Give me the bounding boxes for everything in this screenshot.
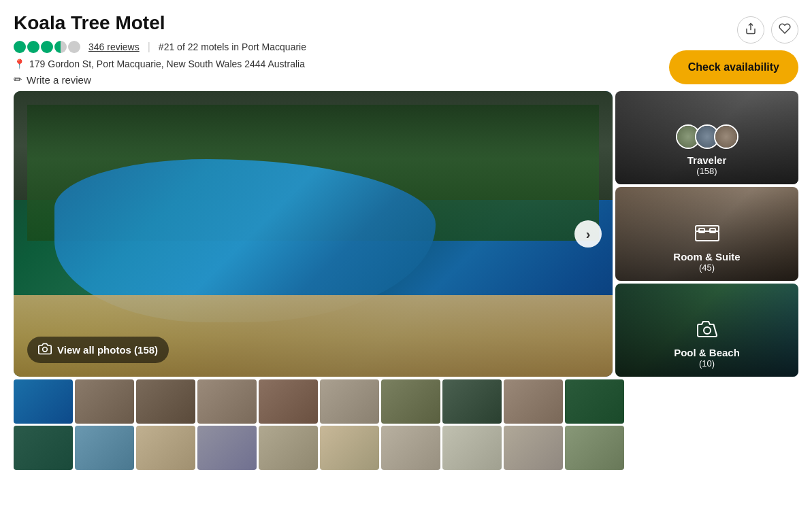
header-section: Koala Tree Motel 346 reviews | #21 of 22… — [0, 0, 812, 91]
traveler-avatars — [676, 124, 738, 149]
write-review-row[interactable]: ✏ Write a review — [14, 73, 669, 86]
pool-panel-title: Pool & Beach — [674, 347, 740, 358]
thumbnails-section — [0, 379, 812, 470]
traveler-panel[interactable]: Traveler (158) — [615, 91, 798, 184]
ranking-text: #21 of 22 motels in Port Macquarie — [159, 41, 306, 52]
thumb-13[interactable] — [136, 426, 195, 470]
pool-deck — [14, 295, 613, 377]
star-4-half — [54, 41, 67, 53]
header-left: Koala Tree Motel 346 reviews | #21 of 22… — [14, 12, 669, 86]
svg-point-1 — [43, 347, 48, 352]
write-review-label: Write a review — [27, 74, 91, 86]
heart-icon — [779, 22, 791, 38]
thumb-12[interactable] — [75, 426, 134, 470]
pool-panel[interactable]: Pool & Beach (10) — [615, 284, 798, 377]
thumb-15[interactable] — [259, 426, 318, 470]
thumbnails-row-1 — [14, 379, 32, 424]
main-photo-bg — [14, 91, 613, 377]
thumb-6[interactable] — [320, 379, 379, 424]
thumbnails-rows — [14, 379, 32, 470]
thumb-14[interactable] — [197, 426, 257, 470]
thumbnails-row-2 — [14, 426, 32, 470]
location-pin-icon: 📍 — [14, 58, 25, 69]
star-5-empty — [68, 41, 80, 53]
favorite-button[interactable] — [771, 16, 798, 44]
thumb-11[interactable] — [14, 426, 73, 470]
icon-buttons — [737, 16, 798, 44]
pencil-icon: ✏ — [14, 73, 22, 86]
header-right: Check availability — [669, 12, 798, 84]
traveler-panel-count: (158) — [696, 166, 717, 176]
room-panel-title: Room & Suite — [673, 251, 740, 262]
room-panel-overlay: Room & Suite (45) — [615, 187, 798, 280]
thumb-4[interactable] — [197, 379, 257, 424]
pool-panel-overlay: Pool & Beach (10) — [615, 284, 798, 377]
thumb-10[interactable] — [565, 379, 624, 424]
address-text: 179 Gordon St, Port Macquarie, New South… — [29, 58, 305, 69]
svg-point-5 — [704, 327, 711, 334]
thumb-2[interactable] — [75, 379, 134, 424]
chevron-right-icon: › — [586, 226, 591, 242]
hotel-title: Koala Tree Motel — [14, 12, 669, 34]
divider: | — [148, 41, 150, 53]
reviews-count[interactable]: 346 reviews — [88, 41, 140, 52]
main-photo[interactable]: › View all photos (158) — [14, 91, 613, 377]
avatar-3 — [714, 124, 738, 149]
star-2 — [27, 41, 39, 53]
stars-container — [14, 41, 80, 53]
room-panel-count: (45) — [699, 262, 715, 273]
camera-icon — [38, 342, 52, 358]
bed-icon — [695, 224, 719, 247]
pool-panel-count: (10) — [699, 358, 715, 369]
thumb-20[interactable] — [565, 426, 624, 470]
pool-camera-icon — [696, 319, 718, 343]
view-all-photos-button[interactable]: View all photos (158) — [27, 337, 169, 363]
traveler-panel-title: Traveler — [687, 154, 727, 166]
thumb-9[interactable] — [504, 379, 563, 424]
view-all-photos-label: View all photos (158) — [57, 344, 158, 356]
thumb-19[interactable] — [504, 426, 563, 470]
thumb-5[interactable] — [259, 379, 318, 424]
address-row: 📍 179 Gordon St, Port Macquarie, New Sou… — [14, 58, 669, 69]
thumb-18[interactable] — [442, 426, 502, 470]
room-panel[interactable]: Room & Suite (45) — [615, 187, 798, 280]
traveler-panel-overlay: Traveler (158) — [615, 91, 798, 184]
thumb-17[interactable] — [381, 426, 440, 470]
thumb-7[interactable] — [381, 379, 440, 424]
thumb-8[interactable] — [442, 379, 502, 424]
thumb-3[interactable] — [136, 379, 195, 424]
share-button[interactable] — [737, 16, 764, 44]
star-3 — [41, 41, 53, 53]
thumb-16[interactable] — [320, 426, 379, 470]
star-1 — [14, 41, 26, 53]
rating-row: 346 reviews | #21 of 22 motels in Port M… — [14, 41, 669, 53]
check-availability-button[interactable]: Check availability — [669, 50, 798, 84]
thumb-1[interactable] — [14, 379, 73, 424]
avatar-3-inner — [715, 126, 737, 148]
side-panels: Traveler (158) Room & Suite (45) — [615, 91, 798, 377]
share-icon — [745, 22, 757, 38]
gallery-section: › View all photos (158) — [0, 91, 812, 377]
next-photo-arrow[interactable]: › — [574, 220, 602, 248]
